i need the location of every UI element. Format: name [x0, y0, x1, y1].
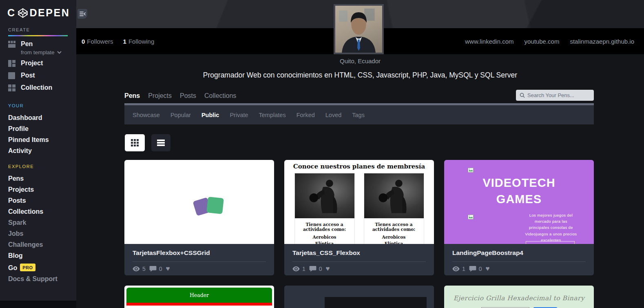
following-stat[interactable]: 1Following: [123, 38, 155, 45]
sidebar-item-profile[interactable]: Profile: [8, 126, 73, 132]
love-stat[interactable]: ♥: [326, 266, 330, 272]
filter-forked[interactable]: Forked: [297, 112, 315, 118]
filter-items: Showcase Popular Public Private Template…: [124, 105, 594, 124]
followers-count: 0: [82, 38, 85, 45]
views-stat[interactable]: 1: [452, 266, 465, 272]
sidebar-item-pinned-items[interactable]: Pinned Items: [8, 137, 73, 143]
post-square-icon: [8, 72, 15, 79]
filter-tags[interactable]: Tags: [352, 112, 365, 118]
gym-photo: [295, 173, 354, 218]
sidebar-item-post[interactable]: Post: [8, 72, 73, 79]
sidebar-item-blog[interactable]: Blog: [8, 253, 73, 259]
sidebar-item-posts[interactable]: Posts: [8, 197, 73, 204]
pen-preview-landing-bootstrap[interactable]: VIDEOTECH GAMES Los mejores juegos del m…: [444, 160, 594, 244]
heart-icon: ♥: [486, 266, 490, 272]
love-stat[interactable]: ♥: [486, 266, 490, 272]
sidebar-item-label: Project: [21, 60, 43, 67]
sidebar-item-pen-from-template[interactable]: from template: [21, 49, 73, 55]
list-view-icon: [157, 139, 165, 146]
pen-title[interactable]: Tarjetas_CSS_Flexbox: [292, 249, 426, 257]
filter-templates[interactable]: Templates: [259, 112, 286, 118]
comments-stat[interactable]: 0: [309, 266, 322, 272]
following-label: Following: [128, 38, 154, 45]
membership-cards: Tienes acceso a actividades como: Aerobi…: [284, 173, 434, 244]
broken-image-icon: [468, 167, 474, 172]
sidebar-item-pens[interactable]: Pens: [8, 175, 73, 182]
sidebar-item-go-pro[interactable]: GoPRO: [8, 264, 73, 271]
filter-popular[interactable]: Popular: [170, 112, 191, 118]
filter-public[interactable]: Public: [201, 112, 219, 118]
explore-section: EXPLORE Pens Projects Posts Collections …: [8, 164, 73, 282]
profile-location: Quito, Ecuador: [76, 58, 644, 64]
grid-view-icon: [131, 139, 139, 146]
comments-stat[interactable]: 0: [149, 266, 162, 272]
collection-grid-icon: [8, 84, 15, 91]
sidebar-item-challenges[interactable]: Challenges: [8, 242, 73, 248]
card-divider: [292, 261, 426, 262]
sidebar-item-docs-support[interactable]: Docs & Support: [8, 276, 73, 282]
pen-preview-hex-binary[interactable]: Ejercicio Grilla Hexadecimal to Binary G…: [444, 286, 594, 308]
sidebar-item-label: Collection: [21, 84, 52, 91]
pen-preview-dark-layout[interactable]: [284, 286, 434, 308]
pen-preview-tarjetas-flexbox[interactable]: [124, 160, 274, 244]
sidebar-item-projects[interactable]: Projects: [8, 186, 73, 193]
eye-icon: [452, 266, 460, 272]
activity-item: Aerobicos: [364, 234, 424, 240]
explore-section-label: EXPLORE: [8, 164, 73, 169]
pen-filter-bar: Showcase Popular Public Private Template…: [124, 103, 594, 124]
search-input[interactable]: [527, 92, 590, 98]
membership-card: Tienes acceso a actividades como: Aerobi…: [364, 173, 424, 244]
sidebar-item-label: Pen: [21, 40, 33, 48]
codepen-cube-icon: [18, 8, 28, 18]
sidebar-item-collections[interactable]: Collections: [8, 208, 73, 215]
videotech-outline-button[interactable]: [526, 241, 575, 244]
activity-item: Elíptica: [295, 240, 354, 244]
views-stat[interactable]: 1: [292, 266, 305, 272]
tab-pens[interactable]: Pens: [124, 92, 140, 100]
sidebar-item-project[interactable]: Project: [8, 60, 73, 67]
sidebar-item-dashboard[interactable]: Dashboard: [8, 115, 73, 121]
pen-title[interactable]: TarjetasFlexbox+CSSGrid: [133, 249, 266, 257]
search-pens-box: [516, 90, 594, 101]
pens-grid: TarjetasFlexbox+CSSGrid 5 0 ♥ Conoce nue…: [124, 160, 594, 308]
pen-stats: 5 0 ♥: [133, 266, 266, 272]
pen-card: Header: [124, 286, 274, 308]
pen-title[interactable]: LandingPageBoostrap4: [452, 249, 586, 257]
grid-view-button[interactable]: [125, 134, 145, 151]
filter-loved[interactable]: Loved: [325, 112, 342, 118]
eye-icon: [292, 266, 300, 272]
link-github-io[interactable]: stalinmazaepn.github.io: [570, 38, 634, 45]
sidebar-item-jobs[interactable]: Jobs: [8, 230, 73, 237]
pen-grid-icon: [8, 41, 15, 48]
views-stat[interactable]: 5: [133, 266, 146, 272]
sidebar-item-activity[interactable]: Activity: [8, 148, 73, 154]
pen-card-footer: TarjetasFlexbox+CSSGrid 5 0 ♥: [124, 244, 274, 275]
sidebar-item-collection[interactable]: Collection: [8, 84, 73, 91]
comment-icon: [309, 266, 316, 272]
views-count: 1: [302, 266, 305, 272]
pen-preview-tarjetas-css[interactable]: Conoce nuestros planes de membresía Tien…: [284, 160, 434, 244]
filter-showcase[interactable]: Showcase: [133, 112, 160, 118]
followers-stat[interactable]: 0Followers: [82, 38, 113, 45]
link-youtube[interactable]: youtube.com: [524, 38, 560, 45]
love-stat[interactable]: ♥: [166, 266, 170, 272]
rainbow-divider: [8, 35, 68, 36]
tab-collections[interactable]: Collections: [204, 92, 236, 100]
sidebar-item-spark[interactable]: Spark: [8, 219, 73, 226]
pen-preview-header-layout[interactable]: Header: [124, 286, 274, 308]
collapse-sidebar-button[interactable]: [77, 9, 87, 19]
link-linkedin[interactable]: www.linkedin.com: [465, 38, 513, 45]
comments-count: 0: [319, 266, 322, 272]
pen-stats: 1 0 ♥: [292, 266, 426, 272]
filter-private[interactable]: Private: [230, 112, 248, 118]
videotech-title: VIDEOTECH GAMES: [468, 175, 570, 207]
list-view-button[interactable]: [151, 134, 170, 151]
comments-stat[interactable]: 0: [469, 266, 482, 272]
codepen-logo[interactable]: C DEPEN: [7, 7, 70, 19]
sidebar-item-label: Post: [21, 72, 35, 79]
pen-card: [284, 286, 434, 308]
sidebar-item-pen[interactable]: Pen: [8, 40, 73, 48]
tab-projects[interactable]: Projects: [148, 92, 172, 100]
tab-posts[interactable]: Posts: [180, 92, 196, 100]
pen-stats: 1 0 ♥: [452, 266, 586, 272]
